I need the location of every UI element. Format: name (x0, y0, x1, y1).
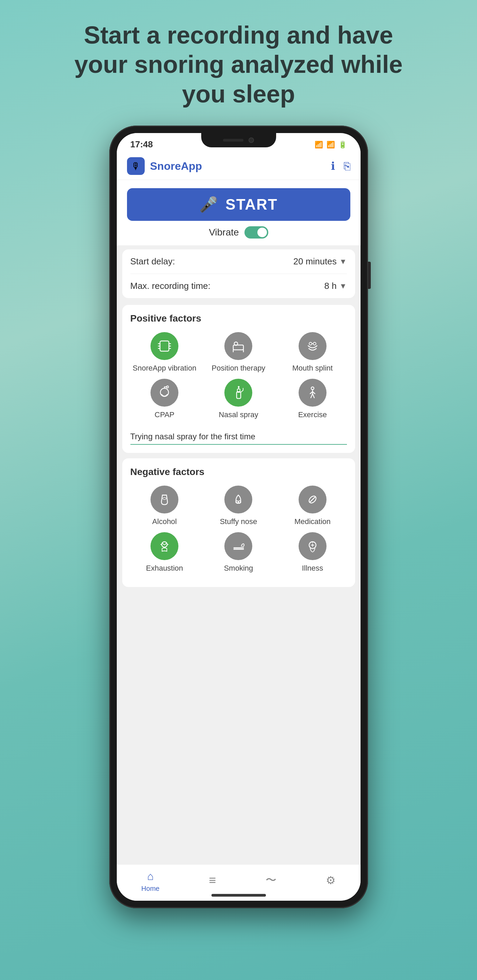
stats-nav-icon: 〜 (266, 873, 276, 888)
factor-mouth-splint[interactable]: Mouth splint (278, 332, 346, 373)
nav-stats[interactable]: 〜 (266, 873, 276, 890)
factor-label-alcohol: Alcohol (152, 517, 177, 527)
recording-value-container: 8 h ▼ (324, 281, 347, 291)
factor-label-snoreapp-vibration: SnoreApp vibration (133, 363, 196, 373)
factor-label-position-therapy: Position therapy (212, 363, 266, 373)
status-time: 17:48 (131, 139, 153, 150)
factor-label-exhaustion: Exhaustion (146, 563, 183, 573)
factor-exercise[interactable]: Exercise (278, 379, 346, 420)
factor-cpap[interactable]: CPAP (131, 379, 199, 420)
recording-label: Max. recording time: (131, 281, 211, 291)
factor-circle-exercise (298, 379, 327, 407)
scroll-content: 🎤 START Vibrate Start delay: 20 minutes … (117, 180, 361, 864)
toggle-knob (257, 228, 267, 237)
home-nav-icon: ⌂ (147, 870, 153, 883)
factor-circle-alcohol (150, 485, 179, 514)
settings-delay-row[interactable]: Start delay: 20 minutes ▼ (131, 250, 347, 274)
factor-circle-stuffy-nose (224, 485, 252, 514)
svg-point-21 (238, 386, 240, 388)
vibrate-label: Vibrate (209, 227, 239, 238)
vibrate-row: Vibrate (209, 226, 268, 239)
app-logo: 🎙 (127, 157, 145, 175)
start-button[interactable]: 🎤 START (127, 188, 350, 221)
positive-factors-title: Positive factors (131, 313, 347, 324)
nav-list[interactable]: ≡ (209, 874, 216, 888)
factor-snoreapp-vibration[interactable]: SnoreApp vibration (131, 332, 199, 373)
factor-smoking[interactable]: Smoking (204, 532, 273, 573)
svg-point-48 (312, 541, 313, 543)
settings-card: Start delay: 20 minutes ▼ Max. recording… (122, 250, 355, 298)
start-button-label: START (225, 196, 278, 213)
svg-point-11 (309, 342, 312, 345)
factor-nasal-spray[interactable]: Nasal spray (204, 379, 273, 420)
app-title: SnoreApp (150, 160, 322, 172)
phone-notch (201, 133, 276, 147)
factor-circle-medication (298, 485, 327, 514)
svg-point-14 (160, 388, 169, 396)
list-nav-icon: ≡ (209, 874, 216, 886)
factor-illness[interactable]: Illness (278, 532, 346, 573)
factor-position-therapy[interactable]: Position therapy (204, 332, 273, 373)
app-header: 🎙 SnoreApp ℹ ⎘ (117, 153, 361, 180)
nav-home[interactable]: ⌂ Home (141, 870, 160, 892)
positive-factors-grid: SnoreApp vibration Position th (131, 332, 347, 420)
svg-rect-0 (160, 341, 169, 351)
svg-line-29 (313, 394, 314, 398)
factor-circle-cpap (150, 379, 179, 407)
wifi-icon: 📶 (314, 140, 323, 149)
svg-point-31 (163, 498, 166, 500)
factor-medication[interactable]: Medication (278, 485, 346, 527)
settings-recording-row[interactable]: Max. recording time: 8 h ▼ (131, 274, 347, 298)
negative-factors-card: Negative factors Alcohol (122, 458, 355, 587)
settings-nav-icon: ⚙ (326, 874, 336, 887)
factor-circle-nasal-spray (224, 379, 252, 407)
factor-label-mouth-splint: Mouth splint (292, 363, 333, 373)
battery-icon: 🔋 (338, 140, 347, 149)
factor-label-nasal-spray: Nasal spray (219, 410, 258, 420)
info-icon[interactable]: ℹ (331, 159, 335, 172)
home-nav-label: Home (141, 885, 160, 892)
phone-device: 17:48 📶 📶 🔋 🎙 SnoreApp ℹ ⎘ 🎤 START (109, 126, 368, 908)
phone-home-indicator (211, 894, 266, 897)
factor-label-stuffy-nose: Stuffy nose (220, 517, 257, 527)
factor-circle-mouth-splint (298, 332, 327, 360)
svg-point-17 (166, 386, 169, 388)
negative-factors-title: Negative factors (131, 466, 347, 477)
factor-label-cpap: CPAP (155, 410, 174, 420)
status-icons: 📶 📶 🔋 (314, 140, 347, 149)
svg-point-36 (162, 542, 167, 547)
svg-line-22 (241, 390, 243, 392)
share-icon[interactable]: ⎘ (344, 160, 350, 172)
delay-value: 20 minutes (294, 256, 337, 267)
factor-stuffy-nose[interactable]: Stuffy nose (204, 485, 273, 527)
delay-dropdown-arrow: ▼ (340, 257, 347, 266)
svg-point-12 (313, 342, 316, 345)
factor-exhaustion[interactable]: Exhaustion (131, 532, 199, 573)
nav-settings[interactable]: ⚙ (326, 874, 336, 889)
factor-label-exercise: Exercise (298, 410, 327, 420)
factor-circle-smoking (224, 532, 252, 560)
factor-circle-position-therapy (224, 332, 252, 360)
delay-label: Start delay: (131, 256, 175, 267)
negative-factors-grid: Alcohol Stuffy nose (131, 485, 347, 573)
svg-line-40 (165, 543, 166, 545)
factor-label-medication: Medication (295, 517, 330, 527)
svg-line-28 (311, 394, 313, 398)
notch-camera (249, 137, 254, 143)
phone-side-button (368, 262, 371, 289)
notch-speaker (223, 139, 243, 142)
svg-line-39 (163, 543, 164, 545)
factor-alcohol[interactable]: Alcohol (131, 485, 199, 527)
signal-icon: 📶 (327, 140, 335, 149)
factor-label-smoking: Smoking (224, 563, 253, 573)
recording-dropdown-arrow: ▼ (340, 282, 347, 291)
factor-circle-snoreapp-vibration (150, 332, 179, 360)
delay-value-container: 20 minutes ▼ (294, 256, 347, 267)
factor-label-illness: Illness (302, 563, 323, 573)
phone-screen: 17:48 📶 📶 🔋 🎙 SnoreApp ℹ ⎘ 🎤 START (117, 133, 361, 901)
start-section: 🎤 START Vibrate (117, 180, 361, 245)
positive-factors-card: Positive factors (122, 305, 355, 453)
vibrate-toggle[interactable] (244, 226, 268, 239)
recording-value: 8 h (324, 281, 337, 291)
note-input[interactable] (131, 429, 347, 445)
